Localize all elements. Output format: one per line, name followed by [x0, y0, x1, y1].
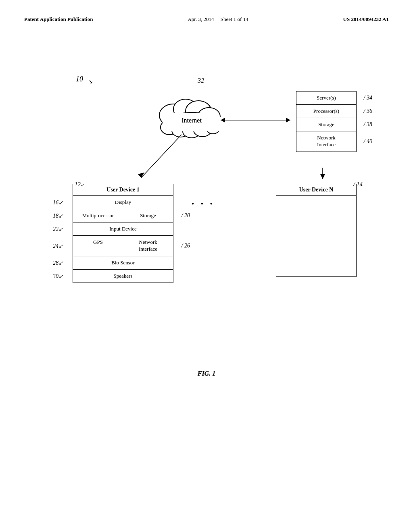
svg-point-1 [173, 99, 198, 119]
device-row-input: 22↙ Input Device [73, 222, 173, 236]
svg-point-0 [159, 104, 188, 127]
device-row-speakers: 30↙ Speakers [73, 270, 173, 283]
device-row-multiprocessor-storage: 18↙ Multiprocessor Storage / 20 [73, 209, 173, 222]
ref-24: 24↙ [53, 242, 63, 249]
page-header: Patent Application Publication Apr. 3, 2… [24, 16, 389, 23]
server-row-storage: Storage / 38 [296, 118, 356, 131]
svg-marker-13 [138, 172, 144, 178]
ref-16: 16↙ [53, 199, 63, 206]
ref-26: / 26 [181, 242, 190, 249]
user-device-1-header: User Device 1 [73, 184, 173, 196]
svg-point-3 [198, 108, 220, 125]
user-device-n-box: User Device N [276, 184, 357, 277]
ref-30: 30↙ [53, 272, 63, 279]
server-row-network: NetworkInterface / 40 [296, 131, 356, 152]
label-10: 10 [76, 75, 83, 83]
cell-network-interface: NetworkInterface / 26 [123, 236, 173, 256]
label-32: 32 [198, 77, 204, 84]
internet-label: Internet [181, 117, 202, 124]
svg-point-9 [194, 124, 211, 137]
server-ref-36: / 36 [364, 108, 372, 114]
server-row-servers: Server(s) / 34 [296, 91, 356, 105]
svg-point-8 [183, 125, 200, 138]
header-date-sheet: Apr. 3, 2014 Sheet 1 of 14 [188, 16, 248, 23]
fig-label: FIG. 1 [198, 370, 215, 377]
svg-point-10 [206, 121, 220, 134]
server-ref-40: / 40 [364, 138, 372, 145]
cell-storage: Storage / 20 [123, 209, 173, 222]
ref-28: 28↙ [53, 259, 63, 266]
user-device-n-header: User Device N [276, 184, 356, 196]
user-device-1-box: User Device 1 16↙ Display 18↙ Multiproce… [73, 184, 173, 283]
cell-multiprocessor: Multiprocessor [73, 209, 123, 222]
header-publication: Patent Application Publication [24, 16, 93, 23]
ref-20: / 20 [181, 212, 190, 219]
dots-separator: • • • [192, 200, 215, 208]
svg-rect-5 [166, 113, 219, 129]
device-row-display: 16↙ Display [73, 196, 173, 209]
server-ref-34: / 34 [364, 95, 372, 101]
header-sheet: Sheet 1 of 14 [221, 16, 248, 22]
server-box: Server(s) / 34 Processor(s) / 36 Storage… [296, 91, 357, 152]
cloud-shape: Internet [159, 99, 221, 138]
svg-marker-15 [221, 118, 225, 123]
svg-point-2 [186, 101, 211, 122]
svg-marker-18 [320, 174, 325, 179]
page: Patent Application Publication Apr. 3, 2… [0, 0, 413, 532]
svg-point-4 [169, 112, 214, 130]
svg-point-6 [161, 120, 178, 135]
ref-22: 22↙ [53, 226, 63, 233]
header-patent-number: US 2014/0094232 A1 [343, 16, 389, 23]
server-row-processors: Processor(s) / 36 [296, 105, 356, 118]
user-device-n-body [276, 196, 356, 276]
arrow-10: ↘ [88, 78, 93, 85]
cell-gps: GPS [73, 236, 123, 256]
server-ref-38: / 38 [364, 121, 372, 128]
diagram-area: Internet 10 ↘ 32 Server(s) / 34 [24, 31, 389, 401]
svg-marker-16 [286, 118, 290, 123]
device-row-biosensor: 28↙ Bio Sensor [73, 256, 173, 270]
svg-rect-11 [163, 117, 221, 131]
svg-point-7 [172, 124, 190, 137]
device-row-gps-network: 24↙ GPS NetworkInterface / 26 [73, 236, 173, 256]
ref-18: 18↙ [53, 212, 63, 219]
header-date: Apr. 3, 2014 [188, 16, 214, 22]
svg-line-12 [141, 135, 181, 178]
